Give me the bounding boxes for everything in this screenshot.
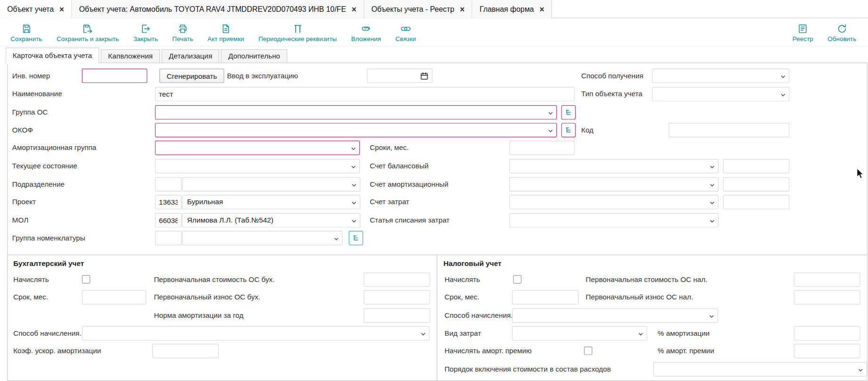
tax-premium-accrue-checkbox[interactable] — [584, 347, 593, 355]
department-combobox[interactable] — [182, 177, 360, 192]
refresh-button[interactable]: Обновить — [820, 23, 864, 42]
accounting-initial-cost-label: Первоначальная стоимость ОС бух. — [154, 273, 274, 287]
save-close-label: Сохранить и закрыть — [57, 35, 119, 42]
tab-additional[interactable]: Дополнительно — [221, 49, 287, 63]
os-group-value — [160, 106, 544, 119]
tax-inclusion-order-combobox[interactable] — [653, 362, 867, 377]
depreciation-account-extra-input[interactable] — [723, 177, 789, 192]
accounting-coef-input[interactable] — [152, 344, 219, 358]
tax-accrue-label: Начислять — [445, 273, 480, 287]
tab-card[interactable]: Карточка объекта учета — [6, 48, 99, 64]
tab-label: Главная форма — [479, 5, 534, 14]
chevron-down-icon — [420, 331, 426, 337]
tab-close-icon[interactable]: × — [460, 5, 464, 14]
periodic-requisites-button[interactable]: Периодические реквизиты — [251, 23, 344, 42]
accounting-initial-cost-input[interactable] — [364, 273, 430, 287]
balance-account-label: Счет балансовый — [370, 159, 429, 174]
accounting-initial-wear-input[interactable] — [364, 290, 430, 305]
accounting-term-input[interactable] — [82, 290, 146, 305]
paperclip-icon — [361, 23, 372, 34]
cost-account-label: Счет затрат — [370, 195, 409, 209]
tax-premium-percent-input[interactable] — [794, 344, 860, 358]
screen: Объект учета × Объект учета: Автомобиль … — [0, 0, 868, 381]
cost-account-combobox[interactable] — [509, 195, 719, 209]
print-icon — [177, 23, 188, 34]
balance-account-value — [514, 159, 706, 173]
tab-close-icon[interactable]: × — [59, 5, 64, 14]
terms-input[interactable] — [509, 141, 575, 155]
okof-combobox[interactable] — [155, 123, 557, 138]
acceptance-act-label: Акт приемки — [207, 35, 244, 42]
tree-icon — [352, 234, 360, 242]
chevron-down-icon — [638, 331, 644, 337]
balance-account-extra-input[interactable] — [723, 159, 789, 174]
mol-combobox[interactable]: Ялимова Л.Л. (Таб.№542) — [182, 213, 360, 228]
project-combobox[interactable]: Бурильная — [182, 195, 360, 209]
acceptance-act-icon — [220, 23, 231, 34]
accounting-accrue-checkbox[interactable] — [82, 275, 91, 284]
current-state-combobox[interactable] — [155, 159, 360, 174]
nomenclature-code-input[interactable] — [155, 231, 182, 246]
balance-account-combobox[interactable] — [509, 159, 719, 174]
tax-cost-type-label: Вид затрат — [445, 326, 481, 341]
tab-object-toyota[interactable]: Объект учета: Автомобиль TOYOTA RAV4 JTM… — [72, 0, 364, 18]
nomenclature-group-combobox[interactable] — [182, 231, 342, 246]
print-button[interactable]: Печать — [165, 23, 200, 42]
inv-number-input[interactable] — [82, 69, 148, 83]
acquisition-method-combobox[interactable] — [652, 69, 789, 83]
app-window: Объект учета × Объект учета: Автомобиль … — [0, 0, 868, 381]
writeoff-article-combobox[interactable] — [509, 213, 719, 228]
chevron-down-icon — [709, 164, 715, 170]
tax-term-input[interactable] — [512, 290, 579, 305]
tab-objects-registry[interactable]: Объекты учета - Реестр × — [364, 0, 472, 18]
nomenclature-tree-button[interactable] — [349, 231, 364, 246]
okof-tree-button[interactable] — [562, 123, 576, 138]
commissioning-date-input[interactable] — [367, 69, 432, 83]
accounting-method-combobox[interactable] — [82, 326, 430, 341]
tab-capex[interactable]: Капвложения — [101, 49, 160, 63]
code-input[interactable] — [669, 123, 789, 138]
tax-method-combobox[interactable] — [512, 308, 718, 323]
links-button[interactable]: Связки — [388, 23, 423, 42]
tax-method-label: Способ начисления... — [445, 308, 517, 323]
department-code-input[interactable] — [155, 177, 182, 192]
save-close-button[interactable]: Сохранить и закрыть — [50, 23, 126, 42]
department-value — [187, 178, 347, 191]
tab-detail[interactable]: Детализация — [162, 49, 220, 63]
depreciation-account-combobox[interactable] — [509, 177, 719, 192]
chevron-down-icon — [351, 218, 357, 224]
name-input[interactable] — [155, 87, 575, 101]
acceptance-act-button[interactable]: Акт приемки — [200, 23, 251, 42]
generate-button[interactable]: Сгенерировать — [159, 69, 224, 83]
os-group-combobox[interactable] — [155, 105, 557, 120]
tax-inclusion-order-value — [658, 363, 854, 376]
tab-close-icon[interactable]: × — [539, 5, 544, 14]
registry-icon — [797, 23, 808, 34]
acquisition-method-label: Способ получения — [581, 69, 644, 83]
tab-main-form[interactable]: Главная форма × — [472, 0, 552, 18]
tax-accrue-checkbox[interactable] — [513, 275, 521, 284]
save-button[interactable]: Сохранить — [3, 23, 50, 42]
tax-premium-percent-label: % аморт. премии — [658, 344, 714, 358]
accounting-rate-input[interactable] — [364, 308, 430, 323]
os-group-tree-button[interactable] — [562, 105, 576, 120]
tab-close-icon[interactable]: × — [352, 5, 356, 14]
tax-initial-cost-input[interactable] — [794, 273, 860, 287]
object-type-combobox[interactable] — [652, 87, 789, 101]
depreciation-group-combobox[interactable] — [155, 141, 360, 155]
project-code-input[interactable] — [155, 195, 182, 209]
tab-object-card[interactable]: Объект учета × — [0, 0, 72, 18]
tax-initial-wear-input[interactable] — [794, 290, 860, 305]
cost-account-extra-input[interactable] — [723, 195, 789, 209]
accounting-method-value — [87, 327, 417, 340]
registry-button[interactable]: Реестр — [785, 23, 820, 42]
mol-label: МОЛ — [12, 213, 28, 228]
periodic-requisites-icon — [292, 23, 303, 34]
close-button[interactable]: Закрыть — [126, 23, 165, 42]
tax-cost-type-combobox[interactable] — [512, 326, 647, 341]
attachments-button[interactable]: Вложения — [344, 23, 389, 42]
acquisition-method-value — [657, 69, 777, 83]
tax-depreciation-percent-input[interactable] — [794, 326, 860, 341]
commissioning-label: Ввод в эксплуатацию — [227, 69, 298, 83]
mol-code-input[interactable] — [155, 213, 182, 228]
